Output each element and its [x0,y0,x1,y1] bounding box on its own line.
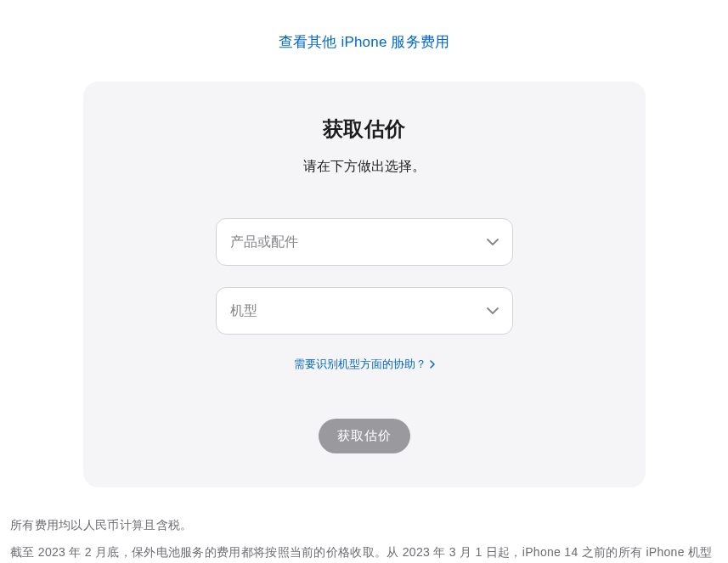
chevron-right-icon [430,360,435,369]
footer-line-1: 所有费用均以人民币计算且含税。 [10,511,718,538]
card-title: 获取估价 [126,115,603,143]
footer-text: 所有费用均以人民币计算且含税。 截至 2023 年 2 月底，保外电池服务的费用… [8,511,720,563]
chevron-down-icon [487,236,499,248]
product-select-wrapper: 产品或配件 [216,218,513,266]
footer-line2-part1: 截至 2023 年 2 月底，保外电池服务的费用都将按照当前的价格收取。从 20… [10,545,713,563]
product-select-placeholder: 产品或配件 [230,234,298,251]
card-subtitle: 请在下方做出选择。 [126,158,603,176]
help-link-container: 需要识别机型方面的协助？ [126,356,603,372]
model-select[interactable]: 机型 [216,287,513,335]
get-estimate-button[interactable]: 获取估价 [319,419,410,453]
chevron-down-icon [487,305,499,317]
help-link-label: 需要识别机型方面的协助？ [294,357,426,372]
model-select-placeholder: 机型 [230,302,257,320]
identify-model-help-link[interactable]: 需要识别机型方面的协助？ [294,357,435,372]
other-services-link[interactable]: 查看其他 iPhone 服务费用 [279,34,450,50]
estimate-card: 获取估价 请在下方做出选择。 产品或配件 机型 需要识别机型方面的协助？ [83,82,646,487]
top-link-container: 查看其他 iPhone 服务费用 [8,0,720,82]
product-select[interactable]: 产品或配件 [216,218,513,266]
footer-line-2: 截至 2023 年 2 月底，保外电池服务的费用都将按照当前的价格收取。从 20… [10,538,718,563]
model-select-wrapper: 机型 [216,287,513,335]
